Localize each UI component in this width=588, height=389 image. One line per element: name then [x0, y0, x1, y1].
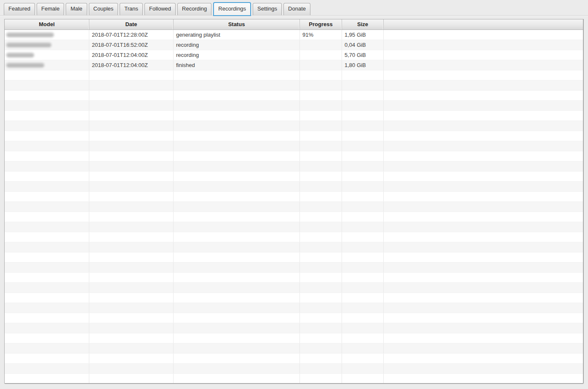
cell-model [5, 141, 89, 151]
column-header-model[interactable]: Model [5, 19, 89, 30]
cell-progress [300, 303, 342, 313]
cell-size [342, 91, 384, 100]
cell-model [5, 131, 89, 141]
cell-date [89, 131, 174, 141]
table-row-empty [5, 232, 583, 242]
table-row[interactable]: 2018-07-01T12:04:00Zfinished1,80 GiB [5, 60, 583, 70]
cell-blank [384, 141, 583, 151]
table-row-empty [5, 161, 583, 172]
cell-size [342, 141, 384, 151]
cell-progress [300, 80, 342, 90]
table-row-empty [5, 364, 583, 374]
cell-size [342, 333, 384, 343]
cell-blank [384, 172, 583, 181]
tab-settings[interactable]: Settings [253, 3, 282, 15]
cell-model [5, 182, 89, 191]
cell-blank [384, 30, 583, 40]
tab-recordings[interactable]: Recordings [213, 2, 251, 16]
cell-status [174, 283, 300, 292]
cell-date [89, 212, 174, 222]
cell-status [174, 293, 300, 303]
column-header-progress[interactable]: Progress [300, 19, 342, 30]
cell-model [5, 323, 89, 333]
cell-size [342, 252, 384, 262]
cell-size [342, 242, 384, 252]
cell-size: 1,80 GiB [342, 60, 384, 70]
cell-date [89, 242, 174, 252]
cell-size [342, 232, 384, 242]
cell-blank [384, 80, 583, 90]
cell-progress [300, 263, 342, 272]
column-header-status[interactable]: Status [174, 19, 300, 30]
table-row-empty [5, 222, 583, 232]
cell-model [5, 252, 89, 262]
cell-blank [384, 242, 583, 252]
tab-donate[interactable]: Donate [283, 3, 310, 15]
cell-blank [384, 323, 583, 333]
cell-progress [300, 333, 342, 343]
cell-model [5, 222, 89, 232]
table-row-empty [5, 182, 583, 192]
tab-couples[interactable]: Couples [89, 3, 118, 15]
cell-model [5, 111, 89, 121]
cell-date [89, 364, 174, 373]
column-header-date[interactable]: Date [89, 19, 174, 30]
table-row[interactable]: 2018-07-01T12:28:00Zgenerating playlist9… [5, 30, 583, 40]
cell-model [5, 364, 89, 373]
tab-female[interactable]: Female [37, 3, 64, 15]
cell-status [174, 354, 300, 363]
cell-model [5, 91, 89, 100]
cell-size [342, 273, 384, 282]
cell-date [89, 202, 174, 212]
redacted-model-name [6, 43, 51, 47]
column-header-size[interactable]: Size [342, 19, 384, 30]
cell-status [174, 303, 300, 313]
cell-model [5, 212, 89, 222]
cell-blank [384, 354, 583, 363]
cell-progress [300, 343, 342, 353]
cell-model [5, 354, 89, 363]
cell-status: recording [174, 40, 300, 50]
cell-status: finished [174, 60, 300, 70]
cell-progress [300, 283, 342, 292]
cell-blank [384, 40, 583, 50]
cell-size [342, 293, 384, 303]
cell-size [342, 111, 384, 121]
redacted-model-name [6, 53, 34, 57]
table-row-empty [5, 313, 583, 323]
tab-featured[interactable]: Featured [4, 3, 35, 15]
cell-date [89, 263, 174, 272]
cell-size [342, 354, 384, 363]
cell-date [89, 161, 174, 171]
cell-status [174, 252, 300, 262]
cell-date [89, 313, 174, 323]
tab-followed[interactable]: Followed [144, 3, 176, 15]
cell-size [342, 182, 384, 191]
cell-model [5, 192, 89, 201]
cell-model [5, 303, 89, 313]
cell-blank [384, 313, 583, 323]
cell-blank [384, 374, 583, 384]
cell-status [174, 364, 300, 373]
cell-blank [384, 70, 583, 80]
tab-recording[interactable]: Recording [177, 3, 211, 15]
table-row-empty [5, 192, 583, 202]
cell-progress [300, 111, 342, 121]
tab-trans[interactable]: Trans [120, 3, 143, 15]
cell-size [342, 374, 384, 384]
cell-model [5, 101, 89, 110]
cell-size [342, 161, 384, 171]
cell-blank [384, 303, 583, 313]
cell-progress [300, 222, 342, 232]
tab-male[interactable]: Male [66, 3, 87, 15]
cell-date [89, 303, 174, 313]
cell-model [5, 161, 89, 171]
cell-blank [384, 273, 583, 282]
cell-date [89, 293, 174, 303]
cell-progress [300, 252, 342, 262]
cell-date [89, 80, 174, 90]
table-row[interactable]: 2018-07-01T16:52:00Zrecording0,04 GiB [5, 40, 583, 50]
cell-date [89, 273, 174, 282]
table-row[interactable]: 2018-07-01T12:04:00Zrecording5,70 GiB [5, 50, 583, 60]
cell-status [174, 343, 300, 353]
